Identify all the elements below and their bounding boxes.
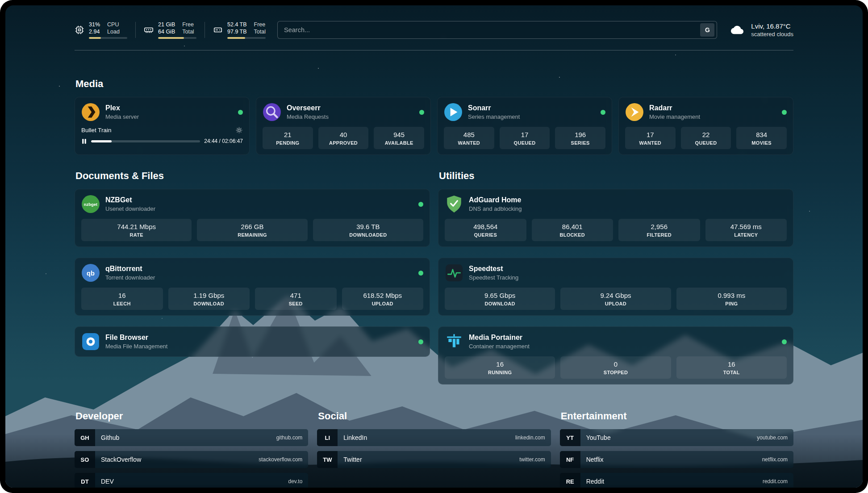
service-card-sonarr[interactable]: Sonarr Series management 485 WANTED [437,97,612,155]
service-card-plex[interactable]: Plex Media server Bullet Train [75,97,250,155]
weather-text: Lviv, 16.87°C scattered clouds [751,22,793,38]
service-card-radarr[interactable]: Radarr Movie management 17 WANTED 2 [618,97,793,155]
bookmark-name: StackOverflow [101,456,141,463]
bookmark-netflix[interactable]: NF Netflix netflix.com [560,451,793,468]
stat-value: 9.65 Gbps [484,292,515,299]
pause-icon[interactable] [81,138,87,144]
card-header: Sonarr Series management [444,103,605,121]
service-name: NZBGet [105,196,155,204]
service-card-overseerr[interactable]: Overseerr Media Requests 21 PENDING [256,97,431,155]
cpu-progress-bar [89,37,127,39]
card-header: Media Portainer Container management [445,332,787,351]
bookmark-name: Github [101,434,119,441]
stat-label: DOWNLOAD [194,301,224,306]
service-subtitle: Media server [105,113,139,120]
social-bookmarks: LI LinkedIn linkedin.com TW Twitter twit… [317,429,551,468]
section-title-utilities: Utilities [439,170,793,182]
stat-label: QUEUED [514,140,536,146]
stat-label: SEED [289,301,303,306]
service-card-nzbget[interactable]: nzbget NZBGet Usenet downloader [75,189,430,247]
search-provider-button[interactable]: G [700,23,714,37]
svg-text:nzbget: nzbget [84,202,98,207]
service-card-speedtest[interactable]: Speedtest Speedtest Tracking 9.65 Gbps D… [438,258,793,316]
section-developer: Developer GH Github github.com SO StackO… [75,410,308,488]
disk-total-label: Total [254,28,266,35]
stat-label: LATENCY [734,232,758,238]
stat-approved: 40 APPROVED [318,127,369,149]
memory-free-label: Free [182,21,194,28]
stat-label: TOTAL [723,370,740,375]
stat-label: AVAILABLE [385,140,413,146]
stat-value: 17 [521,131,529,138]
playback-row: 24:44 / 02:06:47 [81,138,243,144]
service-card-qbittorrent[interactable]: qb qBittorrent Torrent downloader [75,258,430,316]
stat-value: 471 [290,292,301,299]
stat-value: 485 [463,131,475,138]
bookmark-abbr: GH [75,429,95,446]
card-titles: Sonarr Series management [468,104,520,120]
bookmark-github[interactable]: GH Github github.com [75,429,308,446]
stat-value: 0.993 ms [718,292,745,299]
bookmark-url: netflix.com [762,456,788,463]
card-titles: File Browser Media File Management [105,334,167,350]
service-subtitle: DNS and adblocking [469,205,522,212]
service-subtitle: Usenet downloader [105,205,155,212]
bookmark-name: Reddit [586,478,604,485]
disk-free-label: Free [254,21,266,28]
stars-decoration [5,5,6,6]
radarr-icon [625,103,644,121]
search-input[interactable] [284,26,700,33]
gear-icon[interactable] [235,126,243,134]
bookmark-youtube[interactable]: YT YouTube youtube.com [560,429,793,446]
overseerr-stats: 21 PENDING 40 APPROVED 945 AVAILABLE [263,127,424,149]
bookmark-url: stackoverflow.com [259,456,302,463]
cpu-load-value: 2.94 [89,28,100,35]
stat-label: STOPPED [604,370,628,375]
bookmark-reddit[interactable]: RE Reddit reddit.com [560,473,793,488]
cpu-load-label: Load [107,28,120,35]
svg-text:qb: qb [87,270,95,277]
service-card-adguard[interactable]: AdGuard Home DNS and adblocking 498,564 … [438,189,793,247]
service-name: File Browser [105,334,167,342]
stat-value: 0 [614,360,618,368]
service-subtitle: Speedtest Tracking [469,274,518,281]
stat-value: 266 GB [241,223,264,230]
service-card-filebrowser[interactable]: File Browser Media File Management [75,326,430,357]
bookmark-name: Netflix [586,456,604,463]
card-header: AdGuard Home DNS and adblocking [445,195,787,213]
stat-label: UPLOAD [605,301,626,306]
card-header: Overseerr Media Requests [263,103,424,121]
stat-label: FILTERED [647,232,672,238]
card-titles: Overseerr Media Requests [287,104,329,120]
card-header: qb qBittorrent Torrent downloader [81,263,423,282]
bookmarks-grid: Developer GH Github github.com SO StackO… [75,410,793,488]
stat-label: BLOCKED [560,232,585,238]
stat-pending: 21 PENDING [263,127,313,149]
middle-columns: Documents & Files nzbget NZBGet Usenet d… [75,170,793,384]
stat-queued: 17 QUEUED [500,127,550,149]
stat-value: 16 [496,360,504,368]
section-title-documents: Documents & Files [75,170,430,182]
disk-icon [213,25,223,35]
bookmark-abbr: DT [75,473,95,488]
service-name: Radarr [649,104,700,112]
stat-label: WANTED [458,140,480,146]
bookmark-name: DEV [101,478,114,485]
section-title-social: Social [318,410,551,422]
now-playing-row: Bullet Train [81,126,243,134]
stat-value: 40 [340,131,347,138]
speedtest-icon [445,263,463,282]
bookmark-url: github.com [276,435,303,441]
stat-remaining: 266 GB REMAINING [197,219,307,241]
bookmark-twitter[interactable]: TW Twitter twitter.com [317,451,551,468]
service-subtitle: Media Requests [287,113,329,120]
stat-label: PING [725,301,738,306]
playback-progress[interactable] [91,140,200,142]
bookmark-dev[interactable]: DT DEV dev.to [75,473,308,488]
stat-leech: 16 LEECH [81,288,163,310]
service-card-portainer[interactable]: Media Portainer Container management 16 … [438,326,793,384]
bookmark-linkedin[interactable]: LI LinkedIn linkedin.com [317,429,551,446]
stat-filtered: 2,956 FILTERED [618,219,700,241]
stat-latency: 47.569 ms LATENCY [705,219,787,241]
bookmark-stackoverflow[interactable]: SO StackOverflow stackoverflow.com [75,451,308,468]
